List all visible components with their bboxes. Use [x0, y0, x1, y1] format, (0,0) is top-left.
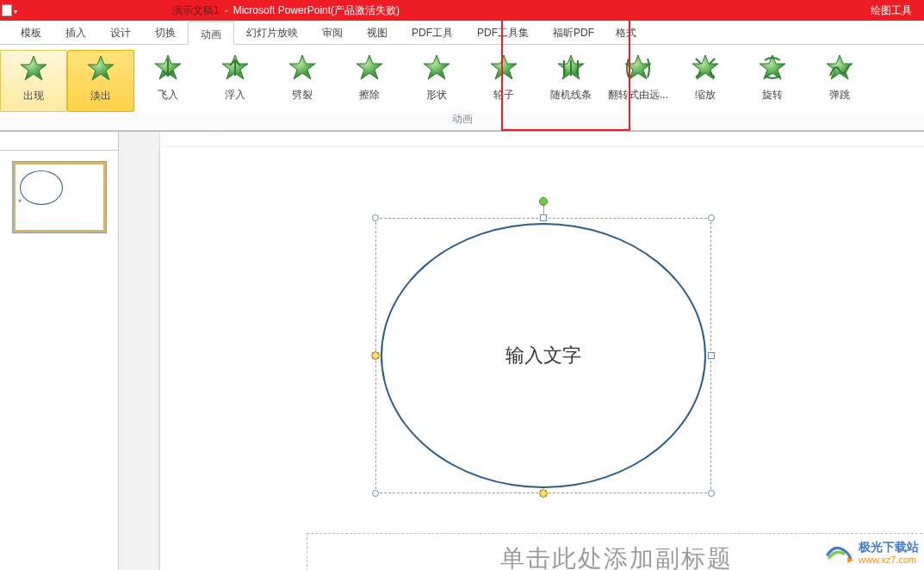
- svg-marker-6: [424, 55, 450, 79]
- thumbnail-panel-tabs[interactable]: [0, 132, 118, 151]
- animation-swivel[interactable]: 旋转: [739, 50, 806, 112]
- watermark: 极光下载站 www.xz7.com: [824, 541, 919, 565]
- star-icon: [489, 53, 518, 83]
- star-icon: [288, 53, 317, 83]
- animation-wheel[interactable]: 轮子: [470, 50, 537, 112]
- star-icon: [355, 53, 384, 83]
- resize-handle-tl[interactable]: [372, 214, 379, 221]
- tab-slideshow[interactable]: 幻灯片放映: [234, 21, 310, 44]
- ellipse-shape[interactable]: 输入文字: [381, 223, 706, 488]
- star-icon: [86, 54, 115, 84]
- star-icon: [19, 54, 48, 84]
- svg-marker-18: [760, 55, 785, 79]
- animation-label: 形状: [426, 88, 447, 102]
- resize-handle-tr[interactable]: [708, 214, 715, 221]
- canvas-gutter: [119, 132, 160, 570]
- star-icon: [220, 53, 250, 83]
- svg-marker-1: [88, 56, 114, 80]
- qat-dropdown-icon[interactable]: ▾: [14, 8, 19, 13]
- animation-randombars[interactable]: 随机线条: [537, 50, 605, 112]
- svg-line-15: [710, 59, 715, 64]
- watermark-text-cn: 极光下载站: [859, 541, 919, 554]
- animation-label: 出现: [23, 89, 44, 103]
- animation-gallery[interactable]: 出现 淡出 飞入 浮入 劈裂 擦除 形状 轮子: [0, 45, 873, 130]
- tab-animation[interactable]: 动画: [188, 22, 234, 45]
- watermark-url: www.xz7.com: [859, 555, 919, 565]
- animation-flyin[interactable]: 飞入: [134, 50, 202, 112]
- tab-template[interactable]: 模板: [9, 21, 53, 44]
- window-title: 演示文稿1 - Microsoft PowerPoint(产品激活失败): [172, 3, 400, 18]
- star-icon: [758, 53, 787, 83]
- star-icon: [422, 53, 451, 83]
- animation-label: 浮入: [225, 88, 245, 102]
- slide-canvas-area: 输入文字 单击此处添加副标题: [119, 132, 924, 570]
- slide[interactable]: 输入文字 单击此处添加副标题: [160, 147, 924, 570]
- animation-shape[interactable]: 形状: [403, 50, 470, 112]
- title-separator: -: [225, 4, 228, 16]
- work-area: * 输入文字: [0, 131, 924, 570]
- shape-text[interactable]: 输入文字: [505, 343, 581, 369]
- ribbon-group-label: 动画: [452, 112, 473, 127]
- document-name: 演示文稿1: [172, 3, 220, 18]
- resize-handle-bl[interactable]: [372, 490, 379, 497]
- animation-bounce[interactable]: 弹跳: [806, 50, 873, 112]
- title-bar: ▾ 演示文稿1 - Microsoft PowerPoint(产品激活失败) 绘…: [0, 0, 924, 21]
- resize-handle-br[interactable]: [708, 490, 715, 497]
- tab-pdf-toolset[interactable]: PDF工具集: [465, 21, 541, 44]
- star-icon: [825, 53, 854, 83]
- animation-label: 劈裂: [292, 88, 313, 102]
- rotation-handle[interactable]: [539, 197, 548, 206]
- slide-thumbnails-panel[interactable]: *: [0, 132, 119, 570]
- svg-line-14: [696, 59, 701, 64]
- quick-access-toolbar[interactable]: [2, 4, 12, 16]
- resize-handle-t[interactable]: [540, 214, 547, 221]
- tab-review[interactable]: 审阅: [310, 21, 355, 44]
- watermark-logo-icon: [824, 541, 853, 565]
- animation-label: 轮子: [493, 88, 514, 102]
- animation-fade[interactable]: 淡出: [67, 50, 134, 112]
- tab-design[interactable]: 设计: [98, 21, 143, 44]
- slide-thumbnail-1[interactable]: *: [12, 161, 107, 233]
- star-icon: [153, 53, 183, 83]
- star-icon: [556, 53, 586, 83]
- svg-marker-5: [357, 55, 382, 79]
- animation-appear[interactable]: 出现: [0, 50, 67, 112]
- svg-marker-0: [21, 56, 47, 80]
- animation-label: 缩放: [695, 88, 716, 102]
- animation-label: 淡出: [90, 89, 111, 103]
- animation-label: 飞入: [158, 88, 178, 102]
- thumbnail-animation-badge: *: [18, 198, 22, 208]
- animation-label: 随机线条: [550, 88, 592, 102]
- animation-split[interactable]: 劈裂: [269, 50, 336, 112]
- animation-floatin[interactable]: 浮入: [202, 50, 269, 112]
- subtitle-placeholder-text: 单击此处添加副标题: [500, 542, 733, 570]
- star-icon: [691, 53, 720, 83]
- ribbon-tabs: 模板 插入 设计 切换 动画 幻灯片放映 审阅 视图 PDF工具 PDF工具集 …: [0, 21, 924, 45]
- tab-pdf-tool[interactable]: PDF工具: [400, 21, 465, 44]
- animation-growturn[interactable]: 翻转式由远...: [605, 50, 672, 112]
- tab-insert[interactable]: 插入: [53, 21, 98, 44]
- animation-label: 擦除: [359, 88, 380, 102]
- tab-transition[interactable]: 切换: [143, 21, 188, 44]
- animation-label: 翻转式由远...: [608, 88, 668, 102]
- tab-foxit-pdf[interactable]: 福昕PDF: [541, 21, 606, 44]
- ribbon-animation: 出现 淡出 飞入 浮入 劈裂 擦除 形状 轮子: [0, 45, 924, 131]
- svg-marker-7: [491, 55, 517, 79]
- rotation-handle-line: [543, 206, 544, 214]
- selected-shape-frame[interactable]: 输入文字: [375, 218, 711, 493]
- tab-view[interactable]: 视图: [355, 21, 400, 44]
- animation-wipe[interactable]: 擦除: [336, 50, 403, 112]
- animation-zoom[interactable]: 缩放: [672, 50, 739, 112]
- resize-handle-r[interactable]: [708, 352, 715, 359]
- star-icon: [623, 53, 653, 83]
- animation-label: 弹跳: [829, 88, 850, 102]
- app-name: Microsoft PowerPoint(产品激活失败): [233, 3, 400, 18]
- animation-label: 旋转: [762, 88, 783, 102]
- svg-marker-4: [289, 55, 315, 79]
- tab-format[interactable]: 格式: [600, 21, 652, 40]
- contextual-tab-drawing-tools: 绘图工具: [859, 0, 924, 21]
- thumbnail-shape-icon: [20, 170, 63, 205]
